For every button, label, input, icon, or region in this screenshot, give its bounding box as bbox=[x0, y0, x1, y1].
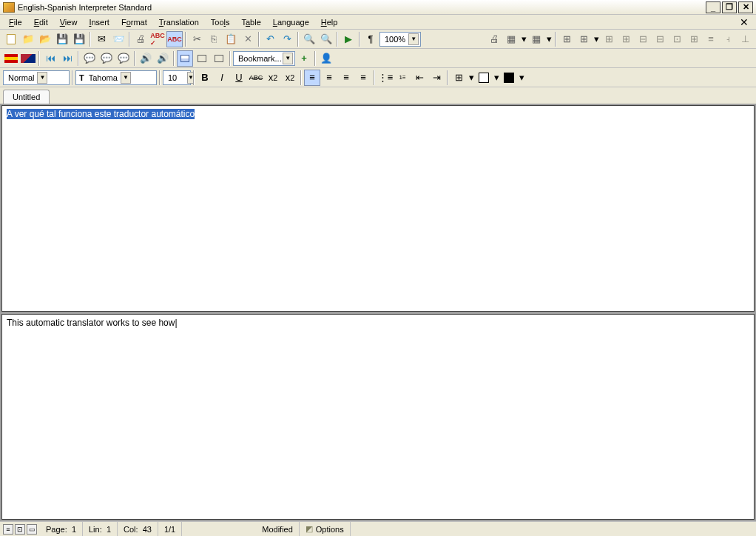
source-pane[interactable]: A ver qué tal funciona este traductor au… bbox=[1, 105, 755, 312]
print2-button[interactable]: 🖨 bbox=[486, 31, 502, 47]
new-button[interactable] bbox=[3, 31, 19, 47]
close-doc-button[interactable]: 📂 bbox=[37, 31, 53, 47]
delete-button[interactable]: ✕ bbox=[240, 31, 256, 47]
italic-button[interactable]: I bbox=[214, 70, 230, 86]
print-button[interactable]: 🖨 bbox=[132, 31, 149, 47]
menu-table[interactable]: Table bbox=[235, 16, 266, 28]
status-view-icons: ≡ ⊡ ▭ bbox=[0, 524, 40, 535]
border-dd[interactable]: ▾ bbox=[468, 70, 475, 86]
view-mode-1[interactable]: ≡ bbox=[3, 524, 13, 535]
bubble1-button[interactable]: 💬 bbox=[81, 50, 98, 67]
strike-button[interactable]: ABC bbox=[248, 70, 264, 86]
status-pages: 1/1 bbox=[158, 522, 182, 536]
mail-button[interactable]: ✉ bbox=[93, 31, 109, 47]
skip-back-button[interactable]: ⏮ bbox=[42, 50, 58, 67]
highlight-dd[interactable]: ▾ bbox=[493, 70, 500, 86]
underline-button[interactable]: U bbox=[231, 70, 247, 86]
user-button[interactable]: 👤 bbox=[318, 50, 334, 67]
highlight-button[interactable] bbox=[476, 70, 492, 86]
align-left-button[interactable]: ≡ bbox=[304, 70, 320, 86]
undo-button[interactable]: ↶ bbox=[262, 31, 278, 47]
copy-button[interactable]: ⎘ bbox=[206, 31, 222, 47]
paste-button[interactable]: 📋 bbox=[223, 31, 239, 47]
mail-open-button[interactable]: 📨 bbox=[110, 31, 126, 47]
find-button[interactable]: 🔍 bbox=[301, 31, 317, 47]
menu-insert[interactable]: Insert bbox=[83, 16, 115, 28]
target-pane[interactable]: This automatic translator works to see h… bbox=[1, 314, 755, 520]
align-center-button[interactable]: ≡ bbox=[321, 70, 337, 86]
font-combo[interactable]: T Tahoma ▼ bbox=[75, 70, 157, 85]
view-mode-3[interactable]: ▭ bbox=[27, 524, 37, 535]
font-color-button[interactable] bbox=[501, 70, 517, 86]
bookmark-dd-icon[interactable]: ▼ bbox=[283, 53, 293, 64]
zoom-value: 100% bbox=[382, 35, 408, 44]
tab-untitled[interactable]: Untitled bbox=[3, 90, 50, 104]
subscript-button[interactable]: x2 bbox=[265, 70, 281, 86]
menu-translation[interactable]: Translation bbox=[153, 16, 205, 28]
layout-single2-button[interactable] bbox=[211, 50, 227, 67]
table2-dd[interactable]: ▾ bbox=[593, 31, 600, 47]
align-right-button[interactable]: ≡ bbox=[338, 70, 354, 86]
menu-language[interactable]: Language bbox=[267, 16, 315, 28]
style-dd-icon[interactable]: ▼ bbox=[37, 72, 47, 84]
flag-english-button[interactable] bbox=[20, 50, 36, 67]
menu-close-button[interactable]: ✕ bbox=[735, 16, 753, 28]
size-combo[interactable]: 10 ▼ bbox=[163, 70, 191, 85]
save-all-button[interactable]: 💾 bbox=[71, 31, 87, 47]
translate-button[interactable]: ▶ bbox=[340, 31, 357, 47]
flag-spanish-button[interactable] bbox=[3, 50, 19, 67]
options-label: Options bbox=[316, 525, 344, 534]
indent-button[interactable]: ⇥ bbox=[428, 70, 445, 86]
superscript-button[interactable]: x2 bbox=[282, 70, 298, 86]
save-button[interactable]: 💾 bbox=[54, 31, 70, 47]
bubble3-button[interactable]: 💬 bbox=[115, 50, 132, 67]
layout-split-button[interactable] bbox=[177, 50, 193, 67]
menu-file[interactable]: File bbox=[3, 16, 28, 28]
outdent-button[interactable]: ⇤ bbox=[411, 70, 428, 86]
menu-help[interactable]: Help bbox=[315, 16, 344, 28]
pilcrow-button[interactable]: ¶ bbox=[362, 31, 379, 47]
menu-tools[interactable]: Tools bbox=[205, 16, 236, 28]
bookmark-combo[interactable]: Bookmark... ▼ bbox=[233, 51, 295, 66]
menu-format[interactable]: Format bbox=[115, 16, 153, 28]
view-mode-2[interactable]: ⊡ bbox=[15, 524, 25, 535]
speak2-button[interactable]: 🔊 bbox=[155, 50, 171, 67]
style-combo[interactable]: Normal ▼ bbox=[3, 70, 70, 85]
numbering-button[interactable]: 1≡ bbox=[394, 70, 411, 86]
toolbar-format: Normal ▼ T Tahoma ▼ 10 ▼ B I U ABC x2 x2… bbox=[0, 68, 756, 87]
page-label: Page: bbox=[46, 525, 67, 534]
bullets-button[interactable]: ⋮≡ bbox=[377, 70, 394, 86]
layout-single1-button[interactable] bbox=[194, 50, 210, 67]
zoom-combo[interactable]: 100% ▼ bbox=[379, 32, 421, 47]
replace-button[interactable]: 🔍 bbox=[318, 31, 334, 47]
minimize-button[interactable]: _ bbox=[706, 1, 720, 13]
status-options[interactable]: ◩ Options bbox=[300, 522, 351, 536]
toolbar-translation: ⏮ ⏭ 💬 💬 💬 🔊 🔊 Bookmark... ▼ + 👤 bbox=[0, 49, 756, 68]
spell-as-type-button[interactable]: ABC bbox=[166, 31, 183, 47]
table1-button[interactable]: ⊞ bbox=[558, 31, 575, 47]
grid1-button[interactable]: ▦ bbox=[503, 31, 519, 47]
font-dd-icon[interactable]: ▼ bbox=[121, 72, 131, 84]
font-color-dd[interactable]: ▾ bbox=[518, 70, 525, 86]
size-value: 10 bbox=[165, 73, 187, 82]
open-button[interactable]: 📁 bbox=[20, 31, 36, 47]
skip-fwd-button[interactable]: ⏭ bbox=[59, 50, 75, 67]
close-button[interactable]: ✕ bbox=[738, 1, 753, 13]
spellcheck-button[interactable]: ABC✓ bbox=[149, 31, 166, 47]
menu-edit[interactable]: Edit bbox=[28, 16, 54, 28]
grid2-button[interactable]: ▦ bbox=[528, 31, 544, 47]
table2-button[interactable]: ⊞ bbox=[576, 31, 592, 47]
cut-button[interactable]: ✂ bbox=[189, 31, 205, 47]
add-bookmark-button[interactable]: + bbox=[296, 50, 312, 67]
bold-button[interactable]: B bbox=[197, 70, 213, 86]
maximize-button[interactable]: ❐ bbox=[722, 1, 737, 13]
speak-button[interactable]: 🔊 bbox=[138, 50, 154, 67]
grid1-dd[interactable]: ▾ bbox=[520, 31, 527, 47]
border-button[interactable]: ⊞ bbox=[450, 70, 467, 86]
align-justify-button[interactable]: ≡ bbox=[355, 70, 371, 86]
zoom-dropdown-icon[interactable]: ▼ bbox=[408, 33, 419, 45]
redo-button[interactable]: ↷ bbox=[279, 31, 295, 47]
grid2-dd[interactable]: ▾ bbox=[545, 31, 553, 47]
menu-view[interactable]: View bbox=[54, 16, 84, 28]
bubble2-button[interactable]: 💬 bbox=[98, 50, 115, 67]
